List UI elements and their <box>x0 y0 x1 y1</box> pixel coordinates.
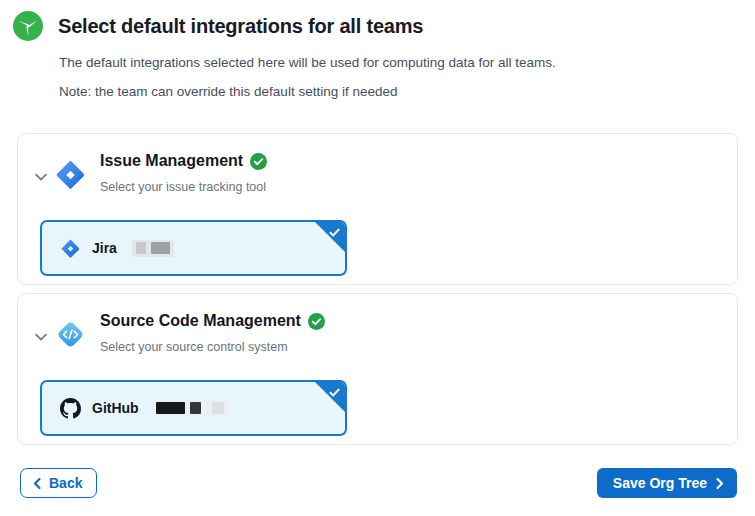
page-note: Note: the team can override this default… <box>59 84 397 99</box>
integrations-settings-page: Select default integrations for all team… <box>0 0 755 516</box>
verified-check-icon <box>308 313 325 330</box>
option-label: GitHub <box>92 400 139 416</box>
section-title: Source Code Management <box>100 312 301 330</box>
option-github-selected[interactable]: GitHub <box>40 380 347 436</box>
jira-icon <box>54 158 87 191</box>
save-org-tree-button[interactable]: Save Org Tree <box>597 468 737 498</box>
selected-check-icon <box>328 226 341 239</box>
save-button-label: Save Org Tree <box>613 475 707 491</box>
source-code-icon <box>54 318 87 351</box>
section-issue-management: Issue Management Select your issue track… <box>17 133 738 285</box>
verified-check-icon <box>250 153 267 170</box>
chevron-down-icon[interactable] <box>32 168 50 186</box>
section-title-row: Source Code Management <box>100 312 325 330</box>
page-description: The default integrations selected here w… <box>59 55 556 70</box>
option-label: Jira <box>92 240 117 256</box>
jira-icon <box>60 238 81 259</box>
github-icon <box>60 398 81 419</box>
chevron-right-icon <box>714 477 725 490</box>
section-source-code-management: Source Code Management Select your sourc… <box>17 293 738 445</box>
chevron-down-icon[interactable] <box>32 328 50 346</box>
back-button-label: Back <box>49 475 82 491</box>
option-jira-selected[interactable]: Jira <box>40 220 347 276</box>
page-title: Select default integrations for all team… <box>58 15 423 38</box>
app-logo-pinwheel-icon <box>13 11 43 41</box>
redacted-text <box>152 400 228 417</box>
section-title-row: Issue Management <box>100 152 267 170</box>
section-title: Issue Management <box>100 152 243 170</box>
selected-check-icon <box>328 386 341 399</box>
back-button[interactable]: Back <box>20 468 97 498</box>
redacted-text <box>132 240 174 257</box>
section-subtitle: Select your issue tracking tool <box>100 180 266 194</box>
chevron-left-icon <box>32 477 43 490</box>
section-subtitle: Select your source control system <box>100 340 288 354</box>
